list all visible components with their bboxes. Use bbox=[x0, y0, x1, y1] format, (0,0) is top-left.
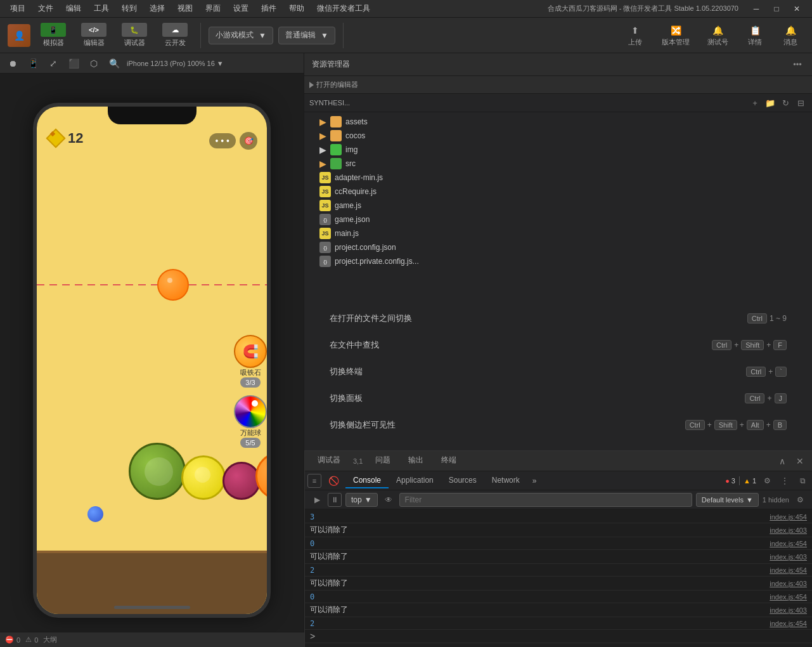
menu-plugins[interactable]: 插件 bbox=[256, 2, 281, 15]
console-output[interactable]: 3 index.js:454 可以消除了 index.js:403 0 inde… bbox=[305, 509, 812, 647]
close-button[interactable]: ✕ bbox=[787, 0, 807, 18]
devtools-tab-debugger[interactable]: 调试器 bbox=[310, 452, 348, 469]
console-link-5[interactable]: index.js:403 bbox=[770, 580, 807, 587]
sim-rotate-btn[interactable]: ⤢ bbox=[46, 56, 61, 71]
folder-img[interactable]: ▶ img bbox=[304, 143, 812, 157]
console-link-0[interactable]: index.js:454 bbox=[770, 513, 807, 521]
debugger-icon: 🐛 bbox=[130, 26, 139, 34]
avatar[interactable]: 👤 bbox=[8, 24, 30, 47]
file-project-private[interactable]: {} project.private.config.js... bbox=[304, 254, 812, 268]
console-tab-console[interactable]: Console bbox=[345, 473, 389, 488]
editor-toggle[interactable]: </> 编辑器 bbox=[76, 20, 112, 50]
level-dropdown[interactable]: Default levels ▼ bbox=[696, 493, 759, 507]
open-editors-header[interactable]: 打开的编辑器 bbox=[304, 76, 812, 94]
fm-title: 资源管理器 bbox=[312, 59, 788, 70]
folder-assets[interactable]: ▶ assets bbox=[304, 115, 812, 129]
console-link-4[interactable]: index.js:454 bbox=[770, 566, 807, 574]
devtools-close-btn[interactable]: ✕ bbox=[793, 454, 807, 468]
console-filter-input[interactable] bbox=[399, 493, 692, 507]
file-project-config[interactable]: {} project.config.json bbox=[304, 240, 812, 254]
console-stop-btn[interactable]: ⏸ bbox=[328, 493, 342, 507]
menu-tools[interactable]: 工具 bbox=[89, 2, 114, 15]
console-link-2[interactable]: index.js:454 bbox=[770, 540, 807, 547]
collapse-btn[interactable]: ⊟ bbox=[794, 96, 807, 109]
console-tab-sources[interactable]: Sources bbox=[441, 473, 484, 488]
menu-file[interactable]: 文件 bbox=[33, 2, 58, 15]
context-chevron: ▼ bbox=[364, 495, 372, 504]
new-file-btn[interactable]: + bbox=[749, 96, 761, 109]
compile-chevron: ▼ bbox=[321, 31, 328, 40]
device-label[interactable]: iPhone 12/13 (Pro) 100% 16 ▼ bbox=[127, 60, 224, 67]
fm-more-btn[interactable]: ••• bbox=[790, 58, 804, 72]
sim-snap-btn[interactable]: ⬡ bbox=[86, 56, 101, 71]
devtools-tab-issues[interactable]: 问题 bbox=[368, 452, 398, 469]
minimize-button[interactable]: ─ bbox=[746, 0, 766, 18]
menu-wechat[interactable]: 微信开发者工具 bbox=[312, 2, 375, 15]
console-link-8[interactable]: index.js:454 bbox=[770, 620, 807, 627]
refresh-btn[interactable]: ↻ bbox=[779, 96, 792, 109]
console-row-8: 2 index.js:454 bbox=[305, 617, 812, 630]
sim-more-btn[interactable]: 🔍 bbox=[106, 56, 122, 71]
menu-dots-btn[interactable]: • • • bbox=[209, 133, 236, 148]
console-link-1[interactable]: index.js:403 bbox=[770, 526, 807, 534]
test-action[interactable]: 🔔 测试号 bbox=[702, 22, 733, 48]
error-count-badge: ● 3 ▲ 1 bbox=[725, 476, 756, 485]
new-folder-btn[interactable]: 📁 bbox=[764, 96, 777, 109]
devtools-tab-output[interactable]: 输出 bbox=[401, 452, 431, 469]
message-action[interactable]: 🔔 消息 bbox=[777, 22, 804, 48]
console-tabs-more[interactable]: » bbox=[527, 476, 542, 485]
console-link-7[interactable]: index.js:403 bbox=[770, 606, 807, 614]
menu-select[interactable]: 选择 bbox=[145, 2, 170, 15]
devtools-up-btn[interactable]: ∧ bbox=[775, 454, 789, 468]
menu-interface[interactable]: 界面 bbox=[200, 2, 226, 15]
target-btn[interactable]: 🎯 bbox=[240, 132, 257, 150]
game-area[interactable]: 12 • • • 🎯 🧲 bbox=[37, 107, 267, 614]
file-ccRequire[interactable]: JS ccRequire.js bbox=[304, 185, 812, 199]
folder-src[interactable]: ▶ src bbox=[304, 157, 812, 171]
sim-code-btn[interactable]: ⬛ bbox=[66, 56, 81, 71]
simulator-toggle[interactable]: 📱 模拟器 bbox=[35, 20, 71, 50]
menu-project[interactable]: 项目 bbox=[5, 2, 30, 15]
console-tab-network[interactable]: Network bbox=[484, 473, 527, 488]
eye-btn[interactable]: 👁 bbox=[382, 493, 396, 507]
version-action[interactable]: 🔀 版本管理 bbox=[657, 22, 695, 48]
file-adapter-min[interactable]: JS adapter-min.js bbox=[304, 171, 812, 185]
shortcut-terminal-keys: Ctrl + ` bbox=[746, 367, 787, 377]
console-detach-btn[interactable]: ⧉ bbox=[796, 474, 809, 488]
sim-phone-btn[interactable]: 📱 bbox=[25, 56, 41, 71]
file-game-json[interactable]: {} game.json bbox=[304, 212, 812, 226]
console-text-8: 2 bbox=[310, 619, 770, 628]
console-clear-btn[interactable]: 🚫 bbox=[326, 474, 340, 488]
mode-dropdown[interactable]: 小游戏模式 ▼ bbox=[209, 27, 273, 44]
cloud-toggle[interactable]: ☁ 云开发 bbox=[157, 20, 193, 50]
menu-goto[interactable]: 转到 bbox=[117, 2, 142, 15]
shortcut-panel: 切换面板 Ctrl + J bbox=[330, 390, 787, 407]
console-gear-btn[interactable]: ⚙ bbox=[793, 493, 807, 507]
console-more-btn[interactable]: ⋮ bbox=[778, 474, 792, 488]
menu-help[interactable]: 帮助 bbox=[284, 2, 309, 15]
upload-action[interactable]: ⬆ 上传 bbox=[621, 22, 649, 48]
console-settings-btn[interactable]: ⚙ bbox=[760, 474, 774, 488]
menu-view[interactable]: 视图 bbox=[172, 2, 198, 15]
devtools-tab-terminal[interactable]: 终端 bbox=[434, 452, 464, 469]
maximize-button[interactable]: □ bbox=[766, 0, 787, 18]
file-game-js[interactable]: JS game.js bbox=[304, 199, 812, 212]
console-link-6[interactable]: index.js:454 bbox=[770, 593, 807, 601]
console-row-prompt[interactable]: > bbox=[305, 630, 812, 643]
compile-dropdown[interactable]: 普通编辑 ▼ bbox=[278, 27, 335, 44]
folder-cocos[interactable]: ▶ cocos bbox=[304, 129, 812, 143]
menu-edit[interactable]: 编辑 bbox=[61, 2, 86, 15]
debugger-toggle[interactable]: 🐛 调试器 bbox=[117, 20, 152, 50]
detail-action[interactable]: 📋 详情 bbox=[741, 22, 769, 48]
editor-icon: </> bbox=[89, 26, 99, 34]
menu-settings[interactable]: 设置 bbox=[228, 2, 254, 15]
console-play-btn[interactable]: ▶ bbox=[310, 493, 324, 507]
console-link-3[interactable]: index.js:403 bbox=[770, 553, 807, 561]
console-sidebar-btn[interactable]: ≡ bbox=[307, 474, 321, 488]
file-projectconfig-label: project.config.json bbox=[335, 243, 396, 252]
file-main-js[interactable]: JS main.js bbox=[304, 226, 812, 240]
context-dropdown[interactable]: top ▼ bbox=[345, 493, 378, 507]
console-tab-application[interactable]: Application bbox=[389, 473, 441, 488]
sim-stop-btn[interactable]: ⏺ bbox=[5, 56, 20, 71]
outline-label[interactable]: 大纲 bbox=[43, 635, 57, 644]
